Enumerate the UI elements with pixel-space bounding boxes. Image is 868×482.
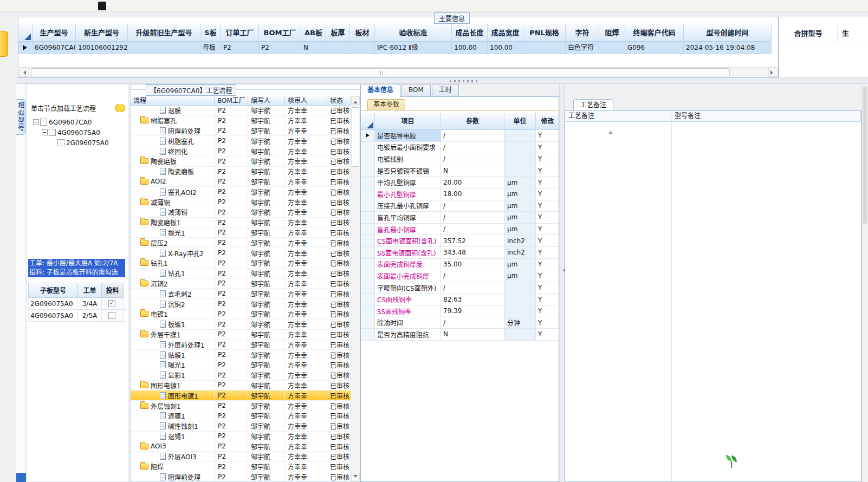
- param-name-cell[interactable]: 字唛朝向(CS面朝外): [375, 282, 441, 294]
- process-row[interactable]: 退膜 P2 邹宇航 方幸幸 已审核: [131, 106, 352, 116]
- process-row[interactable]: 钻孔1 P2 邹宇航 方幸幸 已审核: [131, 269, 352, 279]
- tree-node[interactable]: 2G096075A0: [33, 138, 127, 148]
- note-balloon-icon[interactable]: [115, 105, 125, 112]
- param-name-cell[interactable]: SS面电镀面积(含孔): [375, 247, 441, 259]
- main-info-column-header[interactable]: S板: [200, 24, 221, 42]
- process-row[interactable]: 陶瓷磨板 P2 邹宇航 方幸幸 已审核: [131, 167, 352, 177]
- main-info-column-header[interactable]: AB板: [301, 24, 326, 42]
- process-row[interactable]: AOI3 P2 邹宇航 方幸幸 已审核: [131, 441, 352, 452]
- param-row[interactable]: CS面残铜率 82.63 Y: [361, 294, 559, 305]
- window-vertical-scrollbar[interactable]: [861, 84, 868, 482]
- process-row[interactable]: 退锡1 P2 邹宇航 方幸幸 已审核: [131, 432, 352, 442]
- param-value-cell[interactable]: /: [441, 130, 504, 142]
- param-row[interactable]: 表面最小完成铜厚 / μm Y: [361, 270, 559, 282]
- process-row[interactable]: 塞孔AOI2 P2 邹宇航 方幸幸 已审核: [131, 187, 352, 197]
- process-row[interactable]: 外层前处理1 P2 邹宇航 方幸幸 已审核: [131, 340, 352, 350]
- collapsed-panel-tab[interactable]: [0, 31, 8, 57]
- process-row[interactable]: 图形电镀1 P2 邹宇航 方幸幸 已审核: [131, 381, 352, 391]
- main-info-column-header[interactable]: 板厚: [326, 24, 350, 42]
- param-value-cell[interactable]: 343.48: [441, 247, 504, 259]
- param-name-cell[interactable]: 盲孔最小铜厚: [375, 224, 441, 236]
- param-column-header[interactable]: 项目: [375, 113, 441, 130]
- param-row[interactable]: CS面电镀面积(含孔) 357.52 inch2 Y: [361, 235, 559, 247]
- expander-icon[interactable]: [42, 129, 48, 135]
- process-row[interactable]: 减薄铜 P2 邹宇航 方幸幸 已审核: [131, 207, 352, 218]
- param-row[interactable]: 电镀后最小面铜要求 / Y: [361, 142, 559, 154]
- process-row[interactable]: 贴膜1 P2 邹宇航 方幸幸 已审核: [131, 350, 352, 360]
- param-name-cell[interactable]: 表面完成铜厚度: [375, 259, 441, 271]
- param-value-cell[interactable]: /: [441, 142, 504, 154]
- scroll-left-button[interactable]: [19, 68, 28, 77]
- param-row[interactable]: 表面完成铜厚度 35.00 μm Y: [361, 259, 559, 271]
- vertical-splitter[interactable]: [559, 84, 565, 482]
- plant-icon[interactable]: [726, 455, 737, 468]
- process-row[interactable]: 沉铜2 P2 邹宇航 方幸幸 已审核: [131, 279, 352, 289]
- process-row[interactable]: 终固化 P2 邹宇航 方幸幸 已审核: [131, 146, 352, 157]
- process-vertical-scrollbar[interactable]: [351, 96, 360, 481]
- main-info-column-header[interactable]: 阻焊: [599, 24, 625, 42]
- process-row[interactable]: 陶瓷磨板1 P2 邹宇航 方幸幸 已审核: [131, 218, 352, 228]
- param-name-cell[interactable]: 电镀后最小面铜要求: [375, 142, 441, 154]
- tree-node[interactable]: 6G09607CA0: [33, 117, 127, 127]
- param-column-header[interactable]: 单位: [504, 113, 536, 130]
- param-value-cell[interactable]: N: [441, 165, 504, 177]
- main-info-column-header[interactable]: 验收标准: [375, 24, 452, 42]
- main-info-data-row[interactable]: 6G09607CA010010600129292母板P2P2NIPC-6012 …: [33, 42, 772, 54]
- param-value-cell[interactable]: /: [441, 317, 504, 329]
- param-select-all-cell[interactable]: [361, 113, 375, 129]
- param-value-cell[interactable]: 82.63: [441, 294, 504, 305]
- param-row[interactable]: 最小孔壁铜厚 18.00 μm Y: [361, 188, 559, 200]
- param-name-cell[interactable]: SS面残铜率: [375, 305, 441, 317]
- param-row[interactable]: 盲孔平均铜厚 / μm Y: [361, 212, 559, 224]
- param-row[interactable]: 电镀线别 / Y: [361, 153, 559, 165]
- param-row[interactable]: 是否为高精度阻抗 N Y: [361, 329, 559, 341]
- main-info-column-header[interactable]: 生产型号: [33, 24, 76, 42]
- main-info-column-header[interactable]: 板材: [350, 24, 375, 42]
- param-row[interactable]: 是否只镀铜不镀锡 N Y: [361, 165, 559, 177]
- detail-tab[interactable]: 基本信息: [360, 84, 400, 97]
- process-row[interactable]: 层压2 P2 邹宇航 方幸幸 已审核: [131, 238, 352, 248]
- process-row[interactable]: 显影1 P2 邹宇航 方幸幸 已审核: [131, 370, 352, 381]
- scroll-up-icon[interactable]: [608, 128, 613, 134]
- param-name-cell[interactable]: CS面残铜率: [375, 294, 441, 305]
- param-row[interactable]: 是否贴导电胶 / Y: [361, 130, 559, 142]
- subboard-row[interactable]: 4G09607SA0 2/5A: [28, 310, 127, 322]
- process-row[interactable]: 树脂塞孔 P2 邹宇航 方幸幸 已审核: [131, 116, 352, 126]
- param-value-cell[interactable]: /: [441, 153, 504, 165]
- param-value-cell[interactable]: 20.00: [441, 177, 504, 188]
- param-column-header[interactable]: 修改: [536, 113, 560, 130]
- param-name-cell[interactable]: 最小孔壁铜厚: [375, 188, 441, 200]
- param-name-cell[interactable]: 电镀线别: [375, 153, 441, 165]
- param-value-cell[interactable]: /: [441, 270, 504, 282]
- param-row[interactable]: 平均孔壁铜厚 20.00 μm Y: [361, 177, 559, 188]
- process-row[interactable]: 钻孔1 P2 邹宇航 方幸幸 已审核: [131, 258, 352, 269]
- combine-column-header[interactable]: 生: [838, 25, 868, 42]
- process-row[interactable]: 抛光1 P2 邹宇航 方幸幸 已审核: [131, 228, 352, 238]
- horizontal-scrollbar-thumb[interactable]: [31, 68, 730, 76]
- param-value-cell[interactable]: /: [441, 212, 504, 224]
- param-value-cell[interactable]: 18.00: [441, 188, 504, 200]
- param-value-cell[interactable]: N: [441, 329, 504, 341]
- param-name-cell[interactable]: CS面电镀面积(含孔): [375, 235, 441, 247]
- process-row[interactable]: 碱性蚀刻1 P2 邹宇航 方幸幸 已审核: [131, 421, 352, 432]
- param-name-cell[interactable]: 是否为高精度阻抗: [375, 329, 441, 341]
- subboard-column-header[interactable]: 投料: [102, 283, 124, 298]
- param-row[interactable]: 盲孔最小铜厚 / μm Y: [361, 224, 559, 236]
- process-row[interactable]: 外层蚀刻1 P2 邹宇航 方幸幸 已审核: [131, 401, 352, 411]
- detail-tab[interactable]: 工时: [432, 84, 459, 96]
- main-info-column-header[interactable]: 订单工厂: [221, 24, 259, 42]
- process-row[interactable]: 电镀1 P2 邹宇航 方幸幸 已审核: [131, 309, 352, 320]
- similar-model-vertical-tab[interactable]: 相似型号: [16, 99, 25, 135]
- process-row[interactable]: 板镀1 P2 邹宇航 方幸幸 已审核: [131, 320, 352, 330]
- process-row[interactable]: 沉铜2 P2 邹宇航 方幸幸 已审核: [131, 299, 352, 309]
- model-notes-area[interactable]: [672, 122, 861, 481]
- param-value-cell[interactable]: /: [441, 224, 504, 236]
- main-info-column-header[interactable]: 终端客户代码: [625, 24, 684, 42]
- process-column-header[interactable]: 状态: [327, 96, 352, 106]
- param-column-header[interactable]: 参数: [441, 113, 504, 130]
- subboard-column-header[interactable]: 工单: [78, 283, 102, 298]
- process-row[interactable]: 陶瓷磨板 P2 邹宇航 方幸幸 已审核: [131, 157, 352, 167]
- process-row[interactable]: 退膜1 P2 邹宇航 方幸幸 已审核: [131, 411, 352, 421]
- param-name-cell[interactable]: 平均孔壁铜厚: [375, 177, 441, 188]
- process-row[interactable]: 外层干膜1 P2 邹宇航 方幸幸 已审核: [131, 330, 352, 340]
